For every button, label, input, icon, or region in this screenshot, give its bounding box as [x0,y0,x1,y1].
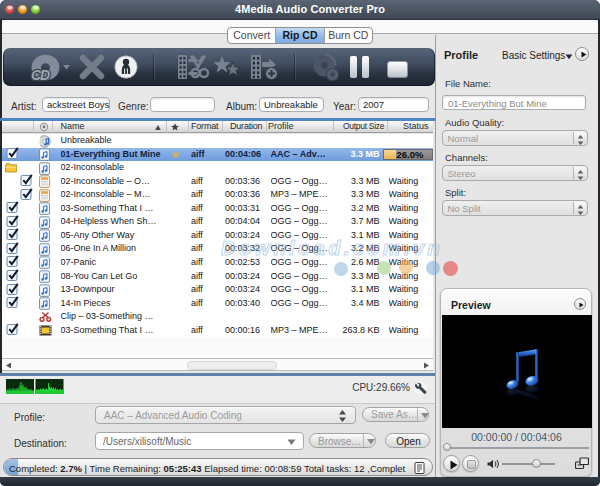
svg-text:CD: CD [31,67,50,83]
